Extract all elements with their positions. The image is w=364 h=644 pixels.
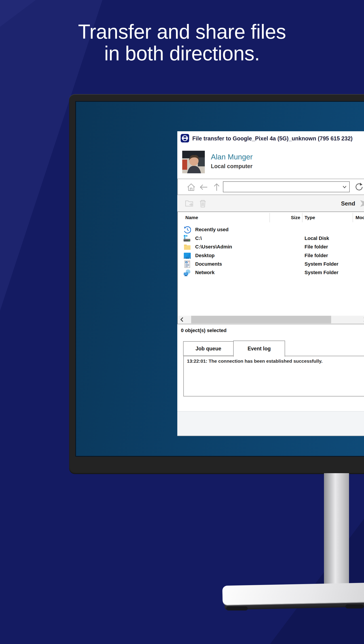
file-transfer-window: File transfer to Google_Pixel 4a (5G)_un… (177, 131, 364, 436)
scroll-left-arrow[interactable] (179, 317, 185, 322)
drive-icon (184, 235, 191, 242)
column-header-type[interactable]: Type (304, 215, 315, 220)
file-type: File folder (304, 244, 328, 250)
file-name: C:\Users\Admin (195, 244, 232, 250)
background-bottom-accent (270, 519, 364, 644)
file-name: Desktop (195, 253, 215, 258)
documents-icon (184, 260, 191, 268)
file-row-documents[interactable]: Documents System Folder (178, 260, 364, 268)
column-divider[interactable] (352, 213, 353, 222)
file-row-recently-used[interactable]: Recently used (178, 226, 364, 234)
event-log-panel: 13:22:01: The connection has been establ… (183, 356, 364, 396)
send-button-label: Send (341, 200, 355, 207)
new-folder-button[interactable] (184, 198, 194, 208)
history-icon (184, 226, 191, 234)
file-name: Recently used (195, 227, 228, 232)
hero-heading-line1: Transfer and share files (0, 21, 364, 43)
desktop-icon (184, 252, 191, 260)
monitor-stand-base (222, 582, 364, 605)
page: Transfer and share files in both directi… (0, 0, 364, 644)
window-footer (177, 411, 364, 436)
window-titlebar: File transfer to Google_Pixel 4a (5G)_un… (177, 131, 364, 146)
send-arrow-icon (360, 200, 364, 207)
scrollbar-thumb[interactable] (191, 316, 331, 323)
horizontal-scrollbar[interactable] (178, 316, 364, 323)
file-name: Network (195, 270, 215, 276)
tab-event-log[interactable]: Event log (233, 340, 285, 357)
file-row-users-admin[interactable]: C:\Users\Admin File folder (178, 242, 364, 251)
column-header-name[interactable]: Name (185, 215, 198, 220)
address-input[interactable] (224, 182, 340, 192)
file-row-network[interactable]: Network System Folder (178, 268, 364, 277)
column-header-modified[interactable]: Modified (356, 215, 364, 220)
user-name: Alan Munger (211, 153, 253, 161)
address-combobox[interactable] (223, 181, 350, 192)
file-type: File folder (304, 253, 328, 258)
monitor: File transfer to Google_Pixel 4a (5G)_un… (69, 94, 364, 474)
column-divider[interactable] (302, 213, 302, 222)
file-name: Documents (195, 261, 222, 267)
user-subtitle: Local computer (211, 163, 252, 170)
file-row-c-drive[interactable]: C:\ Local Disk (178, 234, 364, 243)
send-button[interactable]: Send (338, 198, 364, 208)
delete-button[interactable] (198, 198, 208, 208)
network-icon (184, 269, 191, 276)
monitor-stand-column (324, 473, 349, 587)
hero-heading-line2: in both directions. (0, 43, 364, 64)
file-type: System Folder (304, 261, 338, 267)
folder-icon (184, 243, 191, 251)
tab-job-queue[interactable]: Job queue (183, 341, 234, 356)
monitor-stand-foot (226, 606, 248, 610)
monitor-stand-foot (346, 604, 364, 608)
file-name: C:\ (195, 236, 202, 241)
back-button[interactable] (199, 182, 208, 192)
selection-status: 0 object(s) selected (181, 328, 226, 334)
event-log-entry: 13:22:01: The connection has been establ… (187, 358, 323, 364)
chevron-down-icon[interactable] (341, 184, 348, 190)
file-type: System Folder (304, 270, 338, 276)
scroll-right-arrow[interactable] (362, 317, 364, 322)
avatar (182, 151, 205, 173)
file-type: Local Disk (304, 236, 329, 241)
monitor-screen: File transfer to Google_Pixel 4a (5G)_un… (75, 101, 364, 456)
navigation-bar (177, 179, 364, 195)
home-button[interactable] (186, 182, 196, 192)
action-toolbar: Send (177, 195, 364, 212)
column-header-size[interactable]: Size (270, 215, 300, 220)
hero-heading: Transfer and share files in both directi… (0, 21, 364, 64)
refresh-button[interactable] (354, 182, 364, 192)
teamviewer-logo-icon (181, 134, 189, 142)
file-list: Name Size Type Modified Recently used (177, 212, 364, 324)
up-button[interactable] (212, 182, 222, 192)
window-title: File transfer to Google_Pixel 4a (5G)_un… (192, 135, 364, 142)
file-row-desktop[interactable]: Desktop File folder (178, 251, 364, 260)
